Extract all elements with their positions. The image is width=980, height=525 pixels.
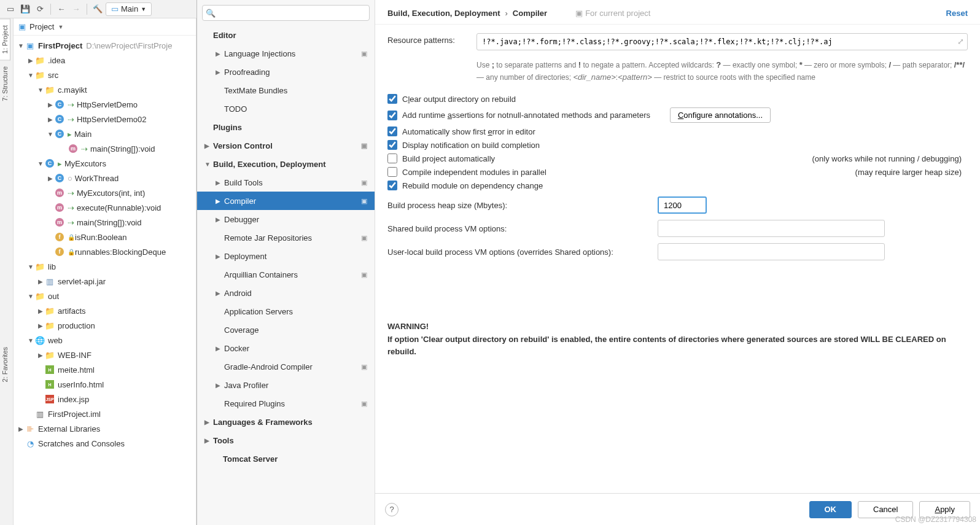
tree-folder-idea[interactable]: ▶📁.idea: [14, 53, 196, 68]
tree-folder[interactable]: ▶📁production: [14, 318, 196, 333]
nav-tomcat[interactable]: Tomcat Server: [197, 449, 375, 468]
shared-vm-input[interactable]: [658, 220, 885, 237]
tree-folder[interactable]: ▶📁artifacts: [14, 303, 196, 318]
tree-method[interactable]: ▶m⇢MyExcutors(int, int): [14, 185, 196, 200]
display-notification-checkbox[interactable]: [387, 140, 397, 150]
warning-block: WARNING! If option 'Clear output directo…: [387, 322, 968, 357]
run-config-combo[interactable]: ▭ Main ▼: [106, 2, 152, 16]
run-config-label: Main: [121, 4, 138, 14]
save-icon[interactable]: 💾: [18, 2, 32, 16]
tree-project-root[interactable]: ▼▣FirstProjectD:\newProject\FirstProje: [14, 38, 196, 53]
tree-class[interactable]: ▶C⇢HttpServletDemo02: [14, 112, 196, 126]
display-notification-label: Display notification on build completion: [402, 141, 540, 150]
build-auto-label: Build project automatically: [402, 154, 495, 163]
tree-folder[interactable]: ▶📁WEB-INF: [14, 348, 196, 362]
crumb-parent[interactable]: Build, Execution, Deployment: [387, 9, 500, 18]
settings-dialog: 🔍 Editor ▶Language Injections▣ ▶Proofrea…: [196, 0, 980, 525]
build-icon[interactable]: 🔨: [91, 2, 104, 16]
compile-parallel-checkbox[interactable]: [387, 167, 397, 177]
rebuild-dep-checkbox[interactable]: [387, 181, 397, 190]
nav-app-servers[interactable]: Application Servers: [197, 302, 375, 321]
side-tab-favorites[interactable]: 2: Favorites: [0, 341, 10, 388]
tree-external-libs[interactable]: ▶⊪External Libraries: [14, 421, 196, 436]
tree-class[interactable]: ▶C⇢HttpServletDemo: [14, 97, 196, 112]
tree-class[interactable]: ▶C○WorkThread: [14, 171, 196, 185]
clear-output-label: Clear output directory on rebuild: [402, 95, 516, 104]
tree-method[interactable]: ▶m⇢execute(Runnable):void: [14, 200, 196, 215]
tree-class[interactable]: ▼C▸MyExcutors: [14, 156, 196, 171]
project-header: ▣ Project ▼: [14, 18, 196, 36]
side-tab-project[interactable]: 1: Project: [0, 18, 10, 60]
forward-icon[interactable]: →: [69, 2, 83, 16]
settings-search-input[interactable]: [202, 5, 370, 21]
auto-show-error-label: Automatically show first error in editor: [402, 127, 535, 136]
nav-remote-jar[interactable]: Remote Jar Repositories▣: [197, 228, 375, 247]
auto-show-error-checkbox[interactable]: [387, 126, 397, 136]
nav-required-plugins[interactable]: Required Plugins▣: [197, 394, 375, 413]
nav-docker[interactable]: ▶Docker: [197, 339, 375, 357]
nav-build-tools[interactable]: ▶Build Tools▣: [197, 173, 375, 192]
separator: [87, 4, 87, 15]
nav-android[interactable]: ▶Android: [197, 284, 375, 302]
tree-folder-web[interactable]: ▼🌐web: [14, 333, 196, 348]
nav-build-exec-deploy[interactable]: ▼Build, Execution, Deployment: [197, 155, 375, 173]
expand-icon[interactable]: ⤢: [957, 37, 964, 46]
build-auto-checkbox[interactable]: [387, 154, 397, 163]
tree-field[interactable]: ▶f🔒runnables:BlockingDeque: [14, 244, 196, 259]
watermark: CSDN @DZ2317794308: [895, 515, 976, 524]
chevron-right-icon: ›: [505, 9, 507, 18]
shared-vm-label: Shared build process VM options:: [387, 224, 658, 233]
tree-method[interactable]: ▶m⇢main(String[]):void: [14, 141, 196, 156]
project-icon: ▣: [575, 9, 583, 18]
help-button[interactable]: ?: [385, 503, 399, 516]
nav-compiler[interactable]: ▶Compiler▣: [197, 192, 375, 210]
reset-link[interactable]: Reset: [946, 9, 968, 18]
settings-nav: 🔍 Editor ▶Language Injections▣ ▶Proofrea…: [197, 0, 375, 525]
nav-todo[interactable]: TODO: [197, 99, 375, 118]
tree-method[interactable]: ▶m⇢main(String[]):void: [14, 215, 196, 230]
side-tab-structure[interactable]: 7: Structure: [0, 60, 10, 107]
tree-file-jsp[interactable]: ▶JSPindex.jsp: [14, 392, 196, 406]
nav-language-injections[interactable]: ▶Language Injections▣: [197, 44, 375, 63]
tree-file-iml[interactable]: ▶▥FirstProject.iml: [14, 406, 196, 421]
breadcrumb: Build, Execution, Deployment › Compiler …: [375, 0, 980, 25]
nav-tools[interactable]: ▶Tools: [197, 431, 375, 449]
tree-file-html[interactable]: ▶Hmeite.html: [14, 362, 196, 377]
tree-scratches[interactable]: ▶◔Scratches and Consoles: [14, 436, 196, 451]
sync-icon[interactable]: ⟳: [33, 2, 47, 16]
tree-folder-lib[interactable]: ▼📁lib: [14, 259, 196, 274]
nav-proofreading[interactable]: ▶Proofreading: [197, 63, 375, 81]
rebuild-dep-label: Rebuild module on dependency change: [402, 181, 543, 190]
tree-file-html[interactable]: ▶HuserInfo.html: [14, 377, 196, 392]
nav-plugins[interactable]: Plugins: [197, 118, 375, 136]
clear-output-checkbox[interactable]: [387, 94, 397, 104]
open-icon[interactable]: ▭: [4, 2, 17, 16]
nav-editor[interactable]: Editor: [197, 26, 375, 44]
nav-version-control[interactable]: ▶Version Control▣: [197, 136, 375, 155]
runtime-assertions-checkbox[interactable]: [387, 111, 397, 120]
tree-jar[interactable]: ▶▥servlet-api.jar: [14, 274, 196, 289]
nav-lang-frameworks[interactable]: ▶Languages & Frameworks: [197, 413, 375, 431]
nav-deployment[interactable]: ▶Deployment: [197, 247, 375, 265]
tree-folder-src[interactable]: ▼📁src: [14, 68, 196, 82]
chevron-down-icon: ▼: [141, 6, 146, 12]
nav-coverage[interactable]: Coverage: [197, 321, 375, 339]
heap-size-input[interactable]: [658, 196, 707, 214]
tree-class[interactable]: ▼C▸Main: [14, 126, 196, 141]
tree-field[interactable]: ▶f🔒isRun:Boolean: [14, 230, 196, 244]
tree-folder-out[interactable]: ▼📁out: [14, 289, 196, 303]
crumb-current: Compiler: [513, 9, 547, 18]
chevron-down-icon[interactable]: ▼: [58, 24, 63, 30]
resource-patterns-input[interactable]: [476, 33, 968, 50]
configure-annotations-button[interactable]: Configure annotations...: [670, 107, 771, 123]
ok-button[interactable]: OK: [809, 501, 852, 518]
back-icon[interactable]: ←: [55, 2, 68, 16]
resource-patterns-label: Resource patterns:: [387, 33, 476, 45]
nav-arquillian[interactable]: Arquillian Containers▣: [197, 265, 375, 284]
tree-package[interactable]: ▼📁c.mayikt: [14, 82, 196, 97]
user-vm-input[interactable]: [658, 243, 885, 260]
nav-debugger[interactable]: ▶Debugger: [197, 210, 375, 228]
nav-textmate[interactable]: TextMate Bundles: [197, 81, 375, 99]
nav-gradle-android[interactable]: Gradle-Android Compiler▣: [197, 357, 375, 376]
nav-java-profiler[interactable]: ▶Java Profiler: [197, 376, 375, 394]
